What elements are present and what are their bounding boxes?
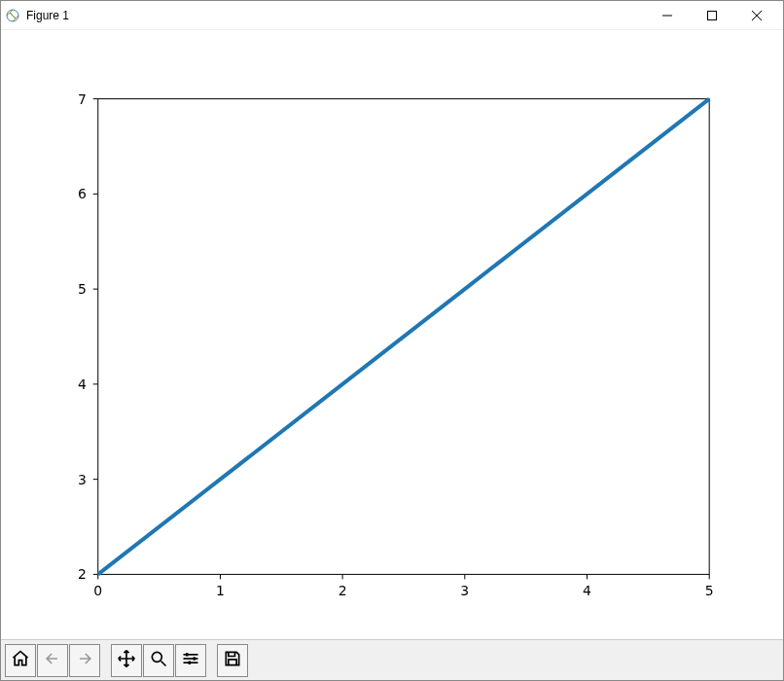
y-tick-label: 5 — [78, 281, 87, 297]
pan-button[interactable] — [111, 644, 142, 677]
svg-rect-2 — [708, 11, 717, 19]
x-tick-label: 2 — [339, 583, 347, 598]
title-bar: Figure 1 — [1, 1, 783, 30]
app-icon — [5, 8, 20, 23]
x-tick-label: 0 — [93, 583, 102, 598]
x-tick-label: 1 — [216, 583, 225, 598]
forward-button[interactable] — [69, 644, 100, 677]
maximize-button[interactable] — [690, 1, 734, 30]
svg-point-18 — [152, 652, 161, 662]
move-icon — [117, 649, 136, 672]
y-tick-label: 2 — [78, 566, 87, 582]
back-button[interactable] — [37, 644, 68, 677]
zoom-icon — [149, 649, 168, 672]
home-icon — [11, 649, 30, 672]
arrow-right-icon — [75, 649, 94, 672]
zoom-button[interactable] — [143, 644, 174, 677]
save-icon — [223, 649, 242, 672]
x-tick-label: 4 — [583, 583, 591, 598]
x-tick-label: 5 — [705, 583, 714, 598]
nav-toolbar — [1, 639, 783, 680]
minimize-button[interactable] — [645, 1, 690, 30]
configure-button[interactable] — [175, 644, 206, 677]
close-button[interactable] — [734, 1, 779, 30]
y-tick-label: 3 — [78, 472, 87, 487]
svg-rect-25 — [189, 661, 192, 663]
figure-canvas[interactable]: 012345234567 — [1, 30, 783, 639]
save-button[interactable] — [217, 644, 248, 677]
arrow-left-icon — [43, 649, 62, 672]
svg-line-19 — [161, 661, 166, 665]
window-title: Figure 1 — [26, 9, 69, 22]
svg-rect-24 — [194, 657, 196, 660]
sliders-icon — [181, 649, 200, 672]
x-tick-label: 3 — [460, 583, 469, 598]
data-line — [98, 99, 709, 575]
svg-rect-23 — [186, 653, 189, 656]
home-button[interactable] — [5, 644, 36, 677]
y-tick-label: 7 — [78, 91, 87, 107]
y-tick-label: 4 — [78, 376, 87, 392]
y-tick-label: 6 — [78, 186, 87, 201]
plot-svg: 012345234567 — [1, 30, 783, 639]
